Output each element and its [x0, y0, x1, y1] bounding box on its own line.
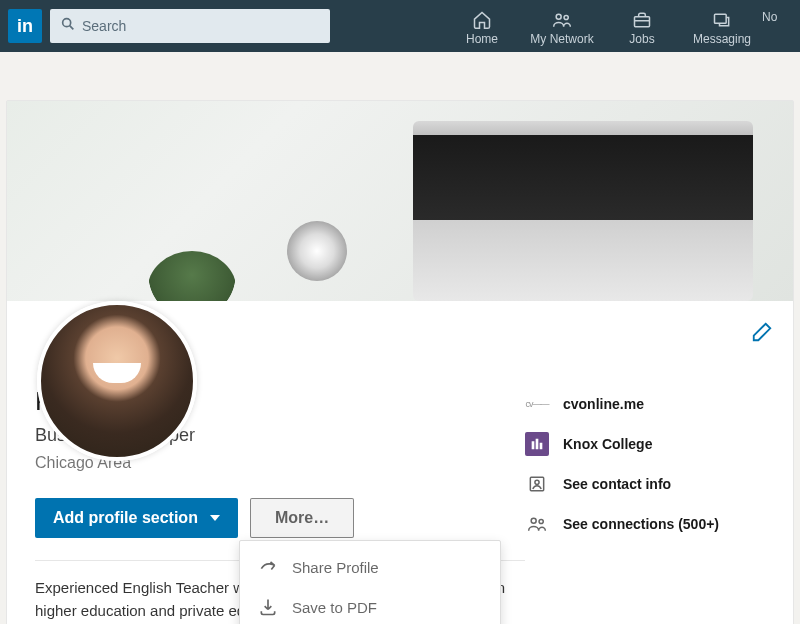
nav-label: Jobs — [602, 32, 682, 46]
sidebar-label: See connections (500+) — [563, 516, 719, 532]
nav-label: Home — [442, 32, 522, 46]
school-icon — [525, 432, 549, 456]
edit-intro-button[interactable] — [751, 321, 773, 347]
svg-point-8 — [531, 518, 536, 523]
svg-point-3 — [564, 15, 568, 19]
nav-network[interactable]: My Network — [522, 6, 602, 46]
search-wrap — [50, 9, 330, 43]
menu-save-pdf[interactable]: Save to PDF — [240, 587, 500, 624]
more-button[interactable]: More… — [250, 498, 354, 538]
search-icon — [60, 16, 76, 36]
add-profile-section-button[interactable]: Add profile section — [35, 498, 238, 538]
svg-point-9 — [539, 519, 543, 523]
menu-label: Share Profile — [292, 559, 379, 576]
svg-line-1 — [70, 26, 74, 30]
nav-jobs[interactable]: Jobs — [602, 6, 682, 46]
more-dropdown-menu: Share Profile Save to PDF — [239, 540, 501, 624]
nav-label: My Network — [522, 32, 602, 46]
sidebar-education[interactable]: Knox College — [525, 432, 765, 456]
button-label: Add profile section — [53, 509, 198, 527]
caret-down-icon — [210, 515, 220, 521]
profile-card: Kaitlin Business Developer Chicago Area … — [6, 100, 794, 624]
nav-label: Messaging — [682, 32, 762, 46]
profile-sidebar: cv—— cvonline.me Knox College See contac… — [525, 386, 765, 624]
nav-notifications[interactable]: No — [762, 6, 792, 46]
connections-icon — [525, 512, 549, 536]
top-nav-bar: in Home My Network Jobs Messaging No — [0, 0, 800, 52]
home-icon — [471, 10, 493, 30]
sidebar-contact-info[interactable]: See contact info — [525, 472, 765, 496]
primary-nav: Home My Network Jobs Messaging No — [442, 6, 792, 46]
nav-label: No — [762, 10, 792, 24]
menu-share-profile[interactable]: Share Profile — [240, 547, 500, 587]
svg-rect-4 — [635, 17, 650, 27]
menu-label: Save to PDF — [292, 599, 377, 616]
sidebar-label: See contact info — [563, 476, 671, 492]
sidebar-label: cvonline.me — [563, 396, 644, 412]
messaging-icon — [711, 10, 733, 30]
cover-photo[interactable] — [7, 101, 793, 301]
network-icon — [551, 10, 573, 30]
svg-point-0 — [63, 19, 71, 27]
pencil-icon — [751, 321, 773, 343]
profile-avatar[interactable] — [37, 301, 197, 461]
contact-card-icon — [525, 472, 549, 496]
cover-decor — [287, 221, 347, 281]
nav-messaging[interactable]: Messaging — [682, 6, 762, 46]
nav-home[interactable]: Home — [442, 6, 522, 46]
profile-actions: Add profile section More… Share Profile … — [35, 498, 525, 538]
linkedin-logo[interactable]: in — [8, 9, 42, 43]
search-input[interactable] — [50, 9, 330, 43]
sidebar-connections[interactable]: See connections (500+) — [525, 512, 765, 536]
share-icon — [258, 557, 278, 577]
svg-point-2 — [556, 14, 561, 19]
website-icon: cv—— — [525, 392, 549, 416]
sidebar-label: Knox College — [563, 436, 652, 452]
download-icon — [258, 597, 278, 617]
briefcase-icon — [631, 10, 653, 30]
svg-point-7 — [535, 480, 539, 484]
sidebar-website[interactable]: cv—— cvonline.me — [525, 392, 765, 416]
svg-rect-5 — [715, 14, 727, 23]
